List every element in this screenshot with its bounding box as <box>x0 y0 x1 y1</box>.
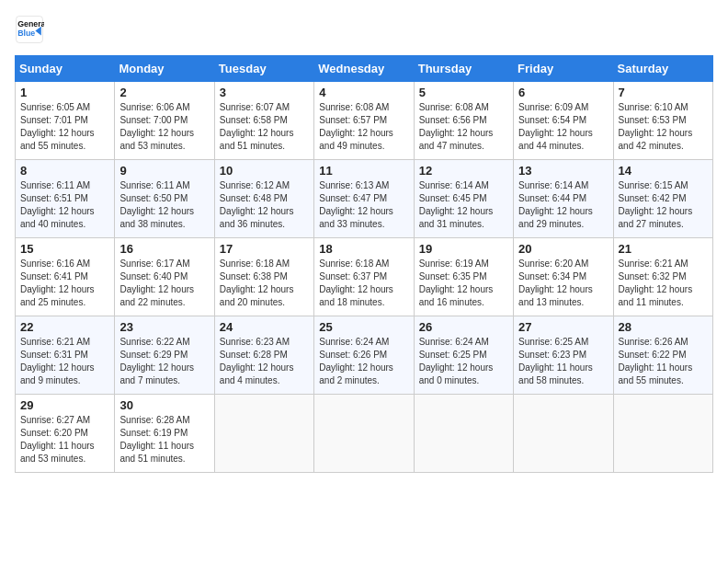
calendar-cell: 20 Sunrise: 6:20 AM Sunset: 6:34 PM Dayl… <box>514 238 613 316</box>
weekday-header-wednesday: Wednesday <box>314 56 414 82</box>
day-number: 4 <box>319 86 408 99</box>
calendar-cell: 7 Sunrise: 6:10 AM Sunset: 6:53 PM Dayli… <box>613 82 712 160</box>
day-number: 22 <box>20 320 109 334</box>
cell-info: Sunrise: 6:09 AM Sunset: 6:54 PM Dayligh… <box>518 101 608 153</box>
day-number: 2 <box>119 86 209 99</box>
weekday-header-sunday: Sunday <box>16 56 115 82</box>
calendar-cell: 22 Sunrise: 6:21 AM Sunset: 6:31 PM Dayl… <box>16 316 115 395</box>
calendar-cell: 15 Sunrise: 6:16 AM Sunset: 6:41 PM Dayl… <box>16 238 115 316</box>
day-number: 6 <box>518 86 608 99</box>
calendar-cell <box>613 395 712 473</box>
day-number: 8 <box>20 164 109 178</box>
cell-info: Sunrise: 6:23 AM Sunset: 6:28 PM Dayligh… <box>220 336 309 387</box>
calendar-week-2: 8 Sunrise: 6:11 AM Sunset: 6:51 PM Dayli… <box>16 160 713 238</box>
cell-info: Sunrise: 6:19 AM Sunset: 6:35 PM Dayligh… <box>419 258 508 309</box>
weekday-header-friday: Friday <box>514 56 613 82</box>
calendar-cell: 6 Sunrise: 6:09 AM Sunset: 6:54 PM Dayli… <box>514 82 613 160</box>
calendar-cell: 23 Sunrise: 6:22 AM Sunset: 6:29 PM Dayl… <box>115 316 214 395</box>
day-number: 20 <box>518 242 608 256</box>
day-number: 16 <box>119 242 209 256</box>
cell-info: Sunrise: 6:05 AM Sunset: 7:01 PM Dayligh… <box>20 101 109 153</box>
day-number: 7 <box>619 86 708 99</box>
day-number: 3 <box>220 86 309 99</box>
calendar-cell: 1 Sunrise: 6:05 AM Sunset: 7:01 PM Dayli… <box>16 82 115 160</box>
calendar-week-4: 22 Sunrise: 6:21 AM Sunset: 6:31 PM Dayl… <box>16 316 713 395</box>
cell-info: Sunrise: 6:28 AM Sunset: 6:19 PM Dayligh… <box>119 414 209 465</box>
day-number: 11 <box>319 164 408 178</box>
calendar-cell: 13 Sunrise: 6:14 AM Sunset: 6:44 PM Dayl… <box>514 160 613 238</box>
cell-info: Sunrise: 6:25 AM Sunset: 6:23 PM Dayligh… <box>518 336 608 387</box>
day-number: 28 <box>619 320 708 334</box>
calendar-cell: 17 Sunrise: 6:18 AM Sunset: 6:38 PM Dayl… <box>214 238 313 316</box>
day-number: 23 <box>119 320 209 334</box>
calendar-week-1: 1 Sunrise: 6:05 AM Sunset: 7:01 PM Dayli… <box>16 82 713 160</box>
calendar-cell: 11 Sunrise: 6:13 AM Sunset: 6:47 PM Dayl… <box>314 160 414 238</box>
cell-info: Sunrise: 6:08 AM Sunset: 6:56 PM Dayligh… <box>419 101 508 153</box>
cell-info: Sunrise: 6:13 AM Sunset: 6:47 PM Dayligh… <box>319 179 408 231</box>
day-number: 15 <box>20 242 109 256</box>
calendar-cell: 27 Sunrise: 6:25 AM Sunset: 6:23 PM Dayl… <box>514 316 613 395</box>
calendar-cell: 24 Sunrise: 6:23 AM Sunset: 6:28 PM Dayl… <box>214 316 313 395</box>
cell-info: Sunrise: 6:11 AM Sunset: 6:50 PM Dayligh… <box>119 179 209 231</box>
day-number: 10 <box>220 164 309 178</box>
calendar-table: SundayMondayTuesdayWednesdayThursdayFrid… <box>15 55 713 473</box>
cell-info: Sunrise: 6:15 AM Sunset: 6:42 PM Dayligh… <box>619 179 708 231</box>
cell-info: Sunrise: 6:16 AM Sunset: 6:41 PM Dayligh… <box>20 258 109 309</box>
cell-info: Sunrise: 6:17 AM Sunset: 6:40 PM Dayligh… <box>119 258 209 309</box>
day-number: 12 <box>419 164 508 178</box>
calendar-cell <box>514 395 613 473</box>
cell-info: Sunrise: 6:21 AM Sunset: 6:32 PM Dayligh… <box>619 258 708 309</box>
calendar-cell: 9 Sunrise: 6:11 AM Sunset: 6:50 PM Dayli… <box>115 160 214 238</box>
cell-info: Sunrise: 6:08 AM Sunset: 6:57 PM Dayligh… <box>319 101 408 153</box>
calendar-week-5: 29 Sunrise: 6:27 AM Sunset: 6:20 PM Dayl… <box>16 395 713 473</box>
day-number: 26 <box>419 320 508 334</box>
svg-text:General: General <box>17 19 44 29</box>
cell-info: Sunrise: 6:12 AM Sunset: 6:48 PM Dayligh… <box>220 179 309 231</box>
logo: General Blue <box>15 15 44 44</box>
cell-info: Sunrise: 6:27 AM Sunset: 6:20 PM Dayligh… <box>20 414 109 465</box>
calendar-cell: 12 Sunrise: 6:14 AM Sunset: 6:45 PM Dayl… <box>414 160 513 238</box>
cell-info: Sunrise: 6:18 AM Sunset: 6:37 PM Dayligh… <box>319 258 408 309</box>
svg-text:Blue: Blue <box>17 29 35 38</box>
calendar-cell: 10 Sunrise: 6:12 AM Sunset: 6:48 PM Dayl… <box>214 160 313 238</box>
cell-info: Sunrise: 6:21 AM Sunset: 6:31 PM Dayligh… <box>20 336 109 387</box>
day-number: 19 <box>419 242 508 256</box>
calendar-cell: 14 Sunrise: 6:15 AM Sunset: 6:42 PM Dayl… <box>613 160 712 238</box>
calendar-cell <box>414 395 513 473</box>
page-header: General Blue <box>15 15 713 44</box>
day-number: 18 <box>319 242 408 256</box>
day-number: 13 <box>518 164 608 178</box>
day-number: 14 <box>619 164 708 178</box>
day-number: 27 <box>518 320 608 334</box>
day-number: 9 <box>119 164 209 178</box>
cell-info: Sunrise: 6:22 AM Sunset: 6:29 PM Dayligh… <box>119 336 209 387</box>
day-number: 1 <box>20 86 109 99</box>
cell-info: Sunrise: 6:14 AM Sunset: 6:44 PM Dayligh… <box>518 179 608 231</box>
calendar-cell: 19 Sunrise: 6:19 AM Sunset: 6:35 PM Dayl… <box>414 238 513 316</box>
cell-info: Sunrise: 6:24 AM Sunset: 6:25 PM Dayligh… <box>419 336 508 387</box>
cell-info: Sunrise: 6:26 AM Sunset: 6:22 PM Dayligh… <box>619 336 708 387</box>
day-number: 5 <box>419 86 508 99</box>
weekday-header-saturday: Saturday <box>613 56 712 82</box>
calendar-week-3: 15 Sunrise: 6:16 AM Sunset: 6:41 PM Dayl… <box>16 238 713 316</box>
logo-icon: General Blue <box>15 15 44 44</box>
calendar-cell: 18 Sunrise: 6:18 AM Sunset: 6:37 PM Dayl… <box>314 238 414 316</box>
calendar-cell: 25 Sunrise: 6:24 AM Sunset: 6:26 PM Dayl… <box>314 316 414 395</box>
calendar-cell: 29 Sunrise: 6:27 AM Sunset: 6:20 PM Dayl… <box>16 395 115 473</box>
calendar-cell: 26 Sunrise: 6:24 AM Sunset: 6:25 PM Dayl… <box>414 316 513 395</box>
calendar-cell: 5 Sunrise: 6:08 AM Sunset: 6:56 PM Dayli… <box>414 82 513 160</box>
day-number: 17 <box>220 242 309 256</box>
cell-info: Sunrise: 6:11 AM Sunset: 6:51 PM Dayligh… <box>20 179 109 231</box>
calendar-cell: 2 Sunrise: 6:06 AM Sunset: 7:00 PM Dayli… <box>115 82 214 160</box>
day-number: 25 <box>319 320 408 334</box>
weekday-header-monday: Monday <box>115 56 214 82</box>
cell-info: Sunrise: 6:10 AM Sunset: 6:53 PM Dayligh… <box>619 101 708 153</box>
day-number: 29 <box>20 398 109 412</box>
cell-info: Sunrise: 6:20 AM Sunset: 6:34 PM Dayligh… <box>518 258 608 309</box>
cell-info: Sunrise: 6:24 AM Sunset: 6:26 PM Dayligh… <box>319 336 408 387</box>
calendar-cell <box>314 395 414 473</box>
day-number: 21 <box>619 242 708 256</box>
calendar-cell: 4 Sunrise: 6:08 AM Sunset: 6:57 PM Dayli… <box>314 82 414 160</box>
cell-info: Sunrise: 6:07 AM Sunset: 6:58 PM Dayligh… <box>220 101 309 153</box>
calendar-cell: 8 Sunrise: 6:11 AM Sunset: 6:51 PM Dayli… <box>16 160 115 238</box>
